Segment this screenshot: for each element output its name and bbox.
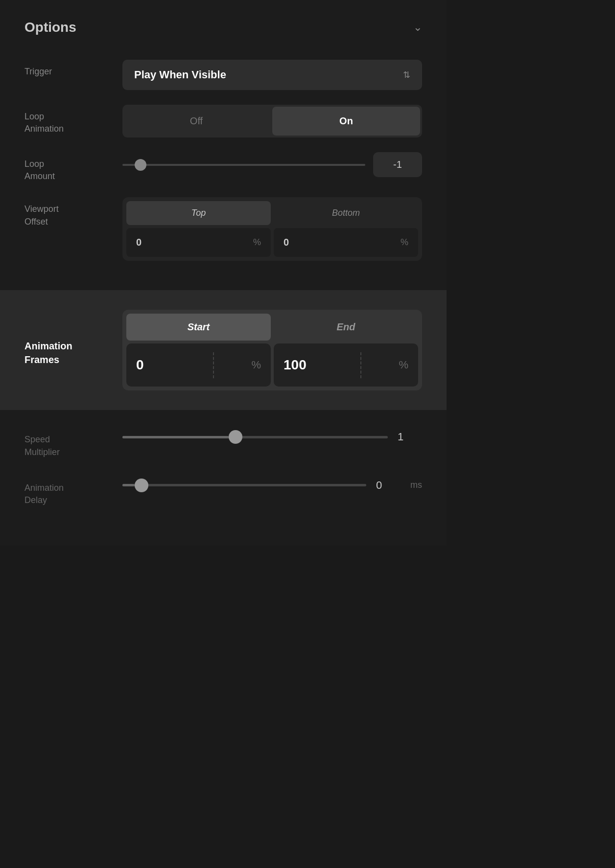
loop-animation-label: LoopAnimation	[24, 105, 113, 135]
loop-amount-value-box: -1	[373, 152, 422, 177]
speed-multiplier-slider-track	[122, 436, 388, 438]
loop-amount-value: -1	[393, 159, 402, 170]
trigger-row: Trigger Play When Visible ⇅	[24, 60, 422, 90]
loop-animation-off-button[interactable]: Off	[122, 105, 270, 137]
speed-multiplier-slider-thumb[interactable]	[229, 430, 242, 444]
loop-amount-label: LoopAmount	[24, 152, 113, 183]
options-title: Options	[24, 20, 76, 35]
animation-frames-control: Start End 0 % 100 %	[122, 310, 422, 390]
loop-animation-row: LoopAnimation Off On	[24, 105, 422, 137]
viewport-top-input[interactable]: 0 %	[126, 228, 271, 257]
animation-start-percent: %	[251, 359, 261, 371]
animation-tab-row: Start End	[126, 314, 418, 341]
animation-end-dashed-line	[360, 352, 361, 378]
viewport-offset-row: ViewportOffset Top Bottom 0 % 0	[24, 197, 422, 261]
loop-amount-slider-track	[122, 164, 365, 166]
animation-end-input[interactable]: 100 %	[274, 343, 418, 387]
viewport-tab-outer: Top Bottom 0 % 0 %	[122, 197, 422, 261]
loop-animation-toggle-group: Off On	[122, 105, 422, 137]
animation-start-value: 0	[136, 357, 144, 373]
animation-tab-outer: Start End 0 % 100 %	[122, 310, 422, 390]
page-container: Options ⌄ Trigger Play When Visible ⇅ Lo…	[0, 0, 447, 546]
animation-frames-row: AnimationFrames Start End 0 % 1	[24, 310, 422, 390]
viewport-offset-label: ViewportOffset	[24, 197, 113, 228]
speed-multiplier-slider-container	[122, 430, 388, 444]
animation-delay-slider-container	[122, 478, 366, 493]
options-header: Options ⌄	[24, 20, 422, 35]
speed-multiplier-slider-fill	[122, 436, 229, 438]
lower-section: SpeedMultiplier 1 AnimationDelay	[0, 410, 447, 546]
animation-start-input[interactable]: 0 %	[126, 343, 271, 387]
animation-delay-row: AnimationDelay 0 ms	[24, 478, 422, 506]
trigger-control: Play When Visible ⇅	[122, 60, 422, 90]
viewport-bottom-percent: %	[401, 237, 408, 248]
dropdown-arrows-icon: ⇅	[403, 69, 410, 80]
viewport-offset-control: Top Bottom 0 % 0 %	[122, 197, 422, 261]
loop-amount-slider-container	[122, 158, 365, 172]
speed-multiplier-label: SpeedMultiplier	[24, 430, 113, 458]
animation-delay-value: 0	[376, 479, 401, 492]
loop-amount-row: LoopAmount -1	[24, 152, 422, 183]
trigger-dropdown[interactable]: Play When Visible ⇅	[122, 60, 422, 90]
viewport-bottom-input[interactable]: 0 %	[274, 228, 418, 257]
animation-input-row: 0 % 100 %	[126, 343, 418, 387]
speed-multiplier-value: 1	[398, 431, 422, 443]
animation-tab-start[interactable]: Start	[126, 314, 271, 341]
viewport-tab-row: Top Bottom	[126, 201, 418, 225]
animation-end-percent: %	[399, 359, 408, 371]
animation-delay-slider-thumb[interactable]	[135, 479, 148, 492]
animation-start-dashed-line	[213, 352, 214, 378]
animation-frames-section: AnimationFrames Start End 0 % 1	[0, 290, 447, 410]
animation-tab-end[interactable]: End	[274, 314, 418, 341]
viewport-bottom-value: 0	[284, 237, 289, 248]
trigger-value: Play When Visible	[134, 69, 226, 81]
options-section: Options ⌄ Trigger Play When Visible ⇅ Lo…	[0, 0, 447, 290]
loop-amount-slider-row: -1	[122, 152, 422, 177]
chevron-down-icon[interactable]: ⌄	[413, 21, 422, 34]
speed-multiplier-control: 1	[122, 430, 422, 444]
viewport-top-percent: %	[253, 237, 261, 248]
animation-delay-label: AnimationDelay	[24, 478, 113, 506]
loop-animation-control: Off On	[122, 105, 422, 137]
animation-frames-label: AnimationFrames	[24, 310, 113, 366]
loop-animation-on-button[interactable]: On	[272, 107, 420, 136]
animation-delay-slider-track	[122, 484, 366, 486]
loop-amount-slider-thumb[interactable]	[135, 159, 146, 171]
animation-delay-unit: ms	[410, 480, 422, 490]
viewport-input-row: 0 % 0 %	[126, 228, 418, 257]
trigger-label: Trigger	[24, 60, 113, 78]
animation-end-value: 100	[284, 357, 307, 373]
speed-multiplier-row: SpeedMultiplier 1	[24, 430, 422, 458]
animation-delay-slider-fill	[122, 484, 135, 486]
viewport-tab-bottom[interactable]: Bottom	[274, 201, 418, 225]
viewport-top-value: 0	[136, 237, 142, 248]
viewport-tab-top[interactable]: Top	[126, 201, 271, 225]
animation-delay-control: 0 ms	[122, 478, 422, 493]
loop-amount-control: -1	[122, 152, 422, 177]
